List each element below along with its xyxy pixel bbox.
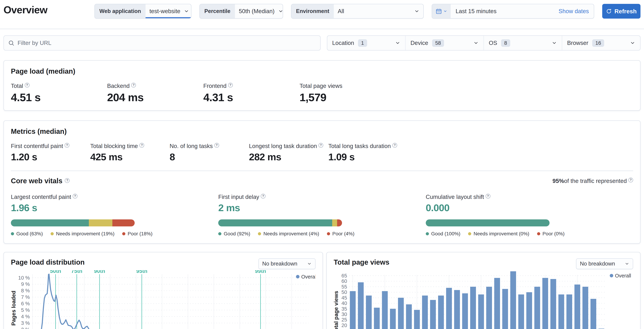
metric-frontend: Frontend 4.31 s [203, 83, 300, 104]
views-svg: 0510152025303540455055606510:30:0010:32:… [334, 270, 633, 329]
facet-count-badge: 8 [501, 39, 510, 47]
vital-bar-segment [426, 219, 550, 226]
y-axis-title: Pages loaded [11, 291, 17, 326]
legend-dot-icon [122, 232, 125, 235]
facet-count-badge: 16 [592, 39, 604, 47]
svg-text:65: 65 [341, 273, 347, 279]
help-icon[interactable] [25, 83, 30, 87]
bar [558, 295, 564, 329]
chart-legend: Overall [610, 273, 631, 279]
panel-title: Metrics (median) [11, 127, 633, 135]
help-icon[interactable] [214, 143, 219, 148]
bar [590, 299, 596, 329]
svg-text:6 %: 6 % [21, 301, 30, 306]
bar [462, 293, 468, 329]
chart-legend: Overall [296, 274, 316, 280]
help-icon[interactable] [131, 83, 136, 87]
legend-dot-icon [327, 232, 330, 235]
vital-value: 2 ms [218, 202, 426, 213]
time-range-value[interactable]: Last 15 minutes [451, 4, 559, 18]
legend-dot-icon [296, 275, 300, 279]
facet-os[interactable]: OS 8 [484, 36, 562, 50]
svg-text:10 %: 10 % [18, 275, 30, 281]
legend-label: Poor (18%) [128, 231, 152, 237]
legend-label: Poor (4%) [332, 231, 354, 237]
bar [518, 295, 524, 329]
web-application-select[interactable]: Web application test-website [94, 4, 191, 18]
legend-dot-icon [426, 232, 429, 235]
svg-text:15: 15 [341, 328, 347, 329]
vital-distribution-bar [11, 219, 135, 226]
legend-item: Good (100%) [426, 231, 460, 237]
facet-location[interactable]: Location 1 [327, 36, 406, 50]
chevron-down-icon [307, 262, 312, 266]
core-web-vitals-row: Largest contentful paint 1.96 s Good (63… [11, 194, 633, 237]
vital-legend: Good (92%)Needs improvement (4%)Poor (4%… [218, 231, 426, 237]
chart-title: Page load distribution [11, 258, 85, 266]
bar [358, 282, 364, 329]
breakdown-select[interactable]: No breakdown [576, 258, 633, 269]
metrics-panel: Metrics (median) First contentful paint … [4, 120, 640, 244]
bar [454, 290, 460, 329]
help-icon[interactable] [65, 178, 70, 183]
url-filter-input[interactable] [18, 40, 316, 46]
help-icon[interactable] [64, 143, 69, 148]
legend-dot-icon [468, 232, 471, 235]
core-web-vitals-title: Core web vitals [11, 177, 70, 185]
help-icon[interactable] [73, 194, 78, 199]
bar [534, 287, 540, 329]
facet-label: Location [332, 40, 354, 46]
bar [446, 288, 452, 329]
bar [350, 291, 356, 329]
facet-count-badge: 58 [432, 39, 444, 47]
bar [422, 296, 428, 329]
vital-distribution-bar [426, 219, 550, 226]
legend-label: Good (92%) [224, 231, 250, 237]
legend-label: Overall [615, 273, 631, 279]
svg-text:40: 40 [341, 301, 347, 306]
legend-label: Needs improvement (4%) [263, 231, 319, 237]
calendar-icon [436, 8, 442, 14]
legend-dot-icon [11, 232, 14, 235]
breakdown-select[interactable]: No breakdown [258, 258, 316, 269]
breakdown-value: No breakdown [262, 261, 298, 267]
vital-value: 0.000 [426, 202, 633, 213]
help-icon[interactable] [228, 83, 233, 87]
time-range-picker: Last 15 minutes Show dates [432, 4, 594, 18]
metric-first-contentful-paint: First contentful paint 1.20 s [11, 143, 90, 163]
header-controls: Web application test-website Percentile … [94, 4, 640, 18]
help-icon[interactable] [486, 194, 490, 199]
quick-select-menu-button[interactable] [432, 4, 451, 18]
bar [550, 279, 556, 329]
bar [510, 271, 516, 329]
show-dates-link[interactable]: Show dates [559, 4, 594, 18]
facet-label: Browser [567, 40, 588, 46]
help-icon[interactable] [261, 194, 266, 199]
svg-text:3 %: 3 % [21, 320, 30, 326]
facet-label: Device [410, 40, 428, 46]
help-icon[interactable] [392, 143, 397, 148]
metric-value: 4.51 s [11, 91, 107, 104]
help-icon[interactable] [318, 143, 323, 148]
environment-select[interactable]: Environment All [291, 4, 424, 18]
page-load-panel: Page load (median) Total 4.51 s Backend … [4, 60, 640, 111]
vital-distribution-bar [218, 219, 342, 226]
percentile-value: 50th (Median) [239, 8, 274, 14]
metric-total-page-views: Total page views 1,579 [300, 83, 396, 104]
refresh-button[interactable]: Refresh [602, 4, 640, 18]
bar [374, 308, 380, 329]
bar [406, 304, 412, 329]
facet-count-badge: 1 [358, 39, 367, 47]
percentile-select[interactable]: Percentile 50th (Median) [200, 4, 283, 18]
facet-browser[interactable]: Browser 16 [562, 36, 640, 50]
metric-value: 282 ms [249, 151, 328, 163]
help-icon[interactable] [628, 178, 633, 182]
svg-text:60: 60 [341, 278, 347, 284]
vital-legend: Good (100%)Needs improvement (0%)Poor (0… [426, 231, 633, 237]
vital-bar-segment [89, 219, 112, 226]
facet-device[interactable]: Device 58 [406, 36, 484, 50]
help-icon[interactable] [140, 143, 144, 148]
bar [414, 310, 420, 329]
legend-dot-icon [218, 232, 222, 235]
chevron-down-icon [184, 8, 189, 14]
